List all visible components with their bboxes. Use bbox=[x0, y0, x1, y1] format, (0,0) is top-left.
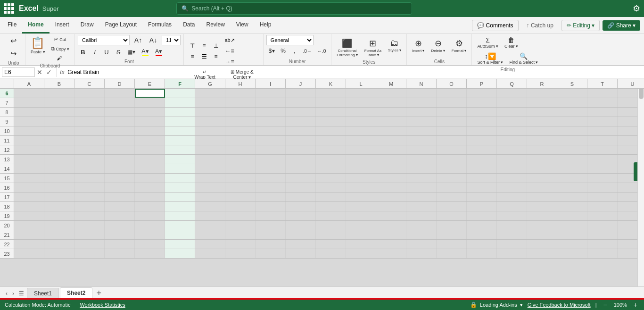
cell-d17[interactable] bbox=[105, 193, 135, 201]
cell-k12[interactable] bbox=[316, 145, 346, 154]
cell-t20[interactable] bbox=[587, 221, 618, 230]
cell-i6[interactable] bbox=[256, 89, 286, 98]
cell-name-box[interactable] bbox=[2, 67, 35, 77]
cell-q21[interactable] bbox=[497, 230, 527, 239]
cell-m18[interactable] bbox=[376, 202, 406, 211]
cell-j11[interactable] bbox=[286, 136, 316, 145]
row-header-23[interactable]: 23 bbox=[0, 249, 14, 258]
cell-p12[interactable] bbox=[467, 145, 497, 154]
cell-b11[interactable] bbox=[44, 136, 74, 145]
cell-s16[interactable] bbox=[557, 183, 587, 192]
cell-l10[interactable] bbox=[346, 126, 376, 135]
cell-j6[interactable] bbox=[286, 89, 316, 98]
cell-f14[interactable] bbox=[165, 164, 195, 173]
cell-m15[interactable] bbox=[376, 174, 406, 183]
cell-r21[interactable] bbox=[527, 230, 557, 239]
cell-q11[interactable] bbox=[497, 136, 527, 145]
cell-k8[interactable] bbox=[316, 108, 346, 117]
autosum-button[interactable]: Σ AutoSum ▾ bbox=[475, 35, 501, 50]
cell-t21[interactable] bbox=[587, 230, 618, 239]
cell-o16[interactable] bbox=[437, 183, 467, 192]
cell-s17[interactable] bbox=[557, 193, 587, 201]
cell-e19[interactable] bbox=[135, 211, 165, 220]
cell-h21[interactable] bbox=[225, 230, 256, 239]
cell-c18[interactable] bbox=[74, 202, 105, 211]
align-left-button[interactable]: ≡ bbox=[187, 51, 198, 62]
cell-m19[interactable] bbox=[376, 211, 406, 220]
col-header-c[interactable]: C bbox=[74, 79, 105, 88]
cell-g9[interactable] bbox=[195, 117, 225, 126]
cell-k21[interactable] bbox=[316, 230, 346, 239]
row-header-16[interactable]: 16 bbox=[0, 183, 14, 192]
cell-p17[interactable] bbox=[467, 193, 497, 201]
cell-e21[interactable] bbox=[135, 230, 165, 239]
cell-c10[interactable] bbox=[74, 126, 105, 135]
format-cells-button[interactable]: ⚙ Format ▾ bbox=[449, 37, 469, 54]
cell-h23[interactable] bbox=[225, 249, 256, 258]
cell-a20[interactable] bbox=[14, 221, 44, 230]
cell-e6[interactable] bbox=[135, 89, 165, 98]
cell-d22[interactable] bbox=[105, 240, 135, 249]
cell-f18[interactable] bbox=[165, 202, 195, 211]
cell-a12[interactable] bbox=[14, 145, 44, 154]
cell-a9[interactable] bbox=[14, 117, 44, 126]
cell-t14[interactable] bbox=[587, 164, 618, 173]
cell-n16[interactable] bbox=[406, 183, 437, 192]
align-top-center-button[interactable]: ≡ bbox=[198, 41, 210, 51]
catch-up-button[interactable]: ↑ Catch up bbox=[521, 20, 559, 31]
cell-k14[interactable] bbox=[316, 164, 346, 173]
cell-f15[interactable] bbox=[165, 174, 195, 183]
cell-h6[interactable] bbox=[225, 89, 256, 98]
cell-o13[interactable] bbox=[437, 155, 467, 164]
row-header-8[interactable]: 8 bbox=[0, 108, 14, 117]
sheet-tab-sheet2[interactable]: Sheet2 bbox=[60, 287, 92, 300]
cell-p9[interactable] bbox=[467, 117, 497, 126]
tab-insert[interactable]: Insert bbox=[50, 17, 75, 34]
cell-b12[interactable] bbox=[44, 145, 74, 154]
cell-q8[interactable] bbox=[497, 108, 527, 117]
cell-o23[interactable] bbox=[437, 249, 467, 258]
cell-e13[interactable] bbox=[135, 155, 165, 164]
cell-c15[interactable] bbox=[74, 174, 105, 183]
fill-color-button[interactable]: A▾ bbox=[139, 46, 151, 58]
row-header-22[interactable]: 22 bbox=[0, 240, 14, 249]
cell-t15[interactable] bbox=[587, 174, 618, 183]
corner-cell[interactable] bbox=[0, 79, 14, 88]
cell-d14[interactable] bbox=[105, 164, 135, 173]
cell-r8[interactable] bbox=[527, 108, 557, 117]
cell-b13[interactable] bbox=[44, 155, 74, 164]
cell-e12[interactable] bbox=[135, 145, 165, 154]
cell-h15[interactable] bbox=[225, 174, 256, 183]
cell-g15[interactable] bbox=[195, 174, 225, 183]
cell-p7[interactable] bbox=[467, 98, 497, 107]
currency-button[interactable]: $▾ bbox=[266, 46, 277, 56]
search-input[interactable] bbox=[191, 5, 407, 12]
cell-e14[interactable] bbox=[135, 164, 165, 173]
cell-g14[interactable] bbox=[195, 164, 225, 173]
cell-t12[interactable] bbox=[587, 145, 618, 154]
cell-c13[interactable] bbox=[74, 155, 105, 164]
cell-m22[interactable] bbox=[376, 240, 406, 249]
cell-p10[interactable] bbox=[467, 126, 497, 135]
cell-m21[interactable] bbox=[376, 230, 406, 239]
cell-r18[interactable] bbox=[527, 202, 557, 211]
underline-button[interactable]: U bbox=[101, 47, 112, 57]
cell-j10[interactable] bbox=[286, 126, 316, 135]
cell-s12[interactable] bbox=[557, 145, 587, 154]
cell-f13[interactable] bbox=[165, 155, 195, 164]
profile-dropdown[interactable]: Super bbox=[42, 5, 59, 12]
cell-f11[interactable] bbox=[165, 136, 195, 145]
cell-l20[interactable] bbox=[346, 221, 376, 230]
insert-cells-button[interactable]: ⊕ Insert ▾ bbox=[410, 37, 427, 54]
cell-d13[interactable] bbox=[105, 155, 135, 164]
decimal-increase-button[interactable]: .0→ bbox=[301, 47, 314, 55]
orientation-button[interactable]: ab↗ bbox=[224, 35, 235, 45]
sheet-prev-button[interactable]: ‹ bbox=[4, 289, 9, 298]
row-header-21[interactable]: 21 bbox=[0, 230, 14, 239]
cell-k22[interactable] bbox=[316, 240, 346, 249]
cell-b16[interactable] bbox=[44, 183, 74, 192]
cell-c22[interactable] bbox=[74, 240, 105, 249]
cell-l6[interactable] bbox=[346, 89, 376, 98]
cell-q16[interactable] bbox=[497, 183, 527, 192]
cell-g17[interactable] bbox=[195, 193, 225, 201]
